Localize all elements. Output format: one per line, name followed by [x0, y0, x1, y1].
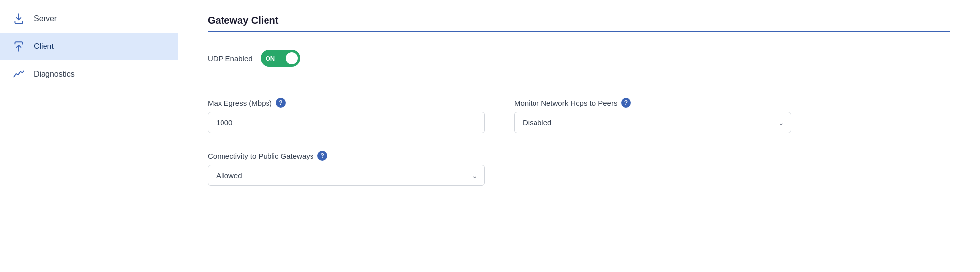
max-egress-group: Max Egress (Mbps) ? [208, 98, 485, 133]
page-title: Gateway Client [208, 15, 950, 26]
monitor-hops-help-icon[interactable]: ? [621, 98, 631, 108]
max-egress-help-icon[interactable]: ? [276, 98, 286, 108]
server-icon [12, 12, 26, 26]
monitor-hops-select-wrapper: Disabled Enabled ⌄ [514, 112, 791, 133]
title-divider [208, 31, 950, 32]
sidebar-item-diagnostics-label: Diagnostics [34, 70, 75, 79]
monitor-hops-select[interactable]: Disabled Enabled [514, 112, 791, 133]
diagnostics-icon [12, 67, 26, 81]
sidebar-item-server-label: Server [34, 14, 57, 23]
connectivity-help-icon[interactable]: ? [317, 151, 327, 161]
udp-label: UDP Enabled [208, 54, 253, 63]
sidebar-item-diagnostics[interactable]: Diagnostics [0, 60, 178, 88]
sidebar-item-client-label: Client [34, 42, 54, 51]
sidebar-item-server[interactable]: Server [0, 5, 178, 33]
connectivity-select[interactable]: Allowed Blocked [208, 165, 485, 186]
sidebar: Server Client Diagnostics [0, 0, 178, 272]
udp-toggle-knob [286, 52, 298, 64]
fields-row-top: Max Egress (Mbps) ? Monitor Network Hops… [208, 98, 950, 133]
connectivity-group: Connectivity to Public Gateways ? Allowe… [208, 151, 485, 186]
udp-toggle-label: ON [266, 55, 275, 62]
main-content: Gateway Client UDP Enabled ON Max Egress… [178, 0, 980, 272]
monitor-hops-label: Monitor Network Hops to Peers ? [514, 98, 791, 108]
max-egress-input[interactable] [208, 112, 485, 133]
connectivity-select-wrapper: Allowed Blocked ⌄ [208, 165, 485, 186]
udp-toggle[interactable]: ON [261, 50, 300, 67]
client-icon [12, 40, 26, 53]
sidebar-item-client[interactable]: Client [0, 33, 178, 60]
monitor-hops-group: Monitor Network Hops to Peers ? Disabled… [514, 98, 791, 133]
connectivity-label: Connectivity to Public Gateways ? [208, 151, 485, 161]
section-divider [208, 82, 604, 82]
udp-row: UDP Enabled ON [208, 50, 950, 67]
max-egress-label: Max Egress (Mbps) ? [208, 98, 485, 108]
